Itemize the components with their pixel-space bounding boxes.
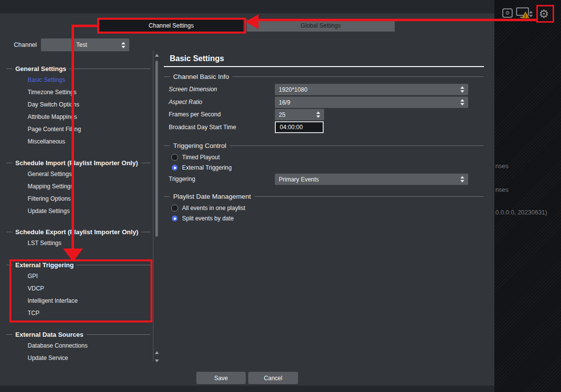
scrollbar-thumb[interactable] [155,61,158,237]
triggering-select[interactable]: Primary Events [275,174,468,185]
sidebar-item-mapping-settings[interactable]: Mapping Settings [6,180,150,193]
group-playlist-date-management: Playlist Date Management [164,192,484,201]
sidebar-item-page-content-filling[interactable]: Page Content Filling [6,123,150,136]
sidebar-item-intelligent-interface[interactable]: Intelligent Interface [6,295,150,307]
radio-all-events-one-playlist[interactable]: All events in one playlist [171,204,245,212]
radio-circle-selected [171,215,178,222]
sidebar-item-day-switch-options[interactable]: Day Switch Options [6,99,150,111]
section-title: External Data Sources [15,331,83,338]
group-triggering-control: Triggering Control [164,142,484,150]
sidebar-section-external-data-sources: External Data Sources Database Connectio… [6,330,150,364]
sidebar-item-filtering-options[interactable]: Filtering Options [6,193,150,205]
spinner-icon [121,42,125,48]
sidebar-section-external-triggering: External Triggering GPI VDCP Intelligent… [6,260,150,320]
sidebar-item-miscellaneous[interactable]: Miscellaneous [6,136,150,148]
screen-dimension-select[interactable]: 1920*1080 [275,84,468,95]
sidebar-item-gpi[interactable]: GPI [6,270,150,283]
background-partial-text: nses [495,163,508,170]
display-settings-icon[interactable]: ⚙ [502,8,513,18]
cancel-button[interactable]: Cancel [248,372,298,384]
channel-select-value: Test [45,41,118,48]
section-header: External Data Sources [6,330,150,339]
radio-external-triggering[interactable]: External Triggering [171,164,232,172]
radio-label: Split events by date [182,215,234,222]
app-window: nses nses 0.0.0.0, 20230631) ⚙ ! ⚙ Chann… [0,0,561,392]
screen-dimension-label: Screen Dimension [169,84,217,95]
section-title: External Triggering [15,261,74,269]
frames-per-second-select[interactable]: 25 [275,109,324,120]
broadcast-day-start-time-label: Broadcast Day Start Time [169,122,236,133]
background-top-bar [0,0,494,13]
radio-split-events-by-date[interactable]: Split events by date [171,214,234,222]
radio-circle [171,205,178,212]
radio-circle-selected [171,164,178,171]
page-title: Basic Settings [170,54,224,63]
sidebar-item-attribute-mappings[interactable]: Attribute Mappings [6,111,150,123]
sidebar-item-timezone-settings[interactable]: Timezone Settings [6,86,150,99]
group-title: Playlist Date Management [173,193,251,200]
sidebar-item-update-settings[interactable]: Update Settings [6,205,150,217]
sidebar-section-schedule-import: Schedule Import (Playlist Importer Only)… [6,158,150,217]
section-header: Schedule Export (Playlist Importer Only) [6,227,150,236]
group-channel-basic-info: Channel Basic Info [164,72,484,81]
sidebar-item-vdcp[interactable]: VDCP [6,283,150,295]
scrollbar-up-arrow[interactable] [155,351,159,354]
aspect-ratio-select[interactable]: 16/9 [275,97,468,108]
spinner-icon [460,99,464,106]
section-header: General Settings [6,64,150,73]
tab-channel-settings[interactable]: Channel Settings [99,20,243,32]
section-header: Schedule Import (Playlist Importer Only) [6,158,150,167]
radio-label: Timed Playout [182,154,220,161]
dimmed-background-strip [494,0,561,392]
triggering-value: Primary Events [279,176,457,183]
section-title: Schedule Export (Playlist Importer Only) [15,228,138,236]
save-button[interactable]: Save [196,372,246,384]
background-bottom-bar [0,386,494,392]
sidebar-divider [153,51,153,361]
radio-label: All events in one playlist [182,205,245,212]
sidebar-item-tcp[interactable]: TCP [6,307,150,320]
warning-exclamation: ! [524,13,526,18]
group-title: Channel Basic Info [173,73,229,80]
radio-timed-playout[interactable]: Timed Playout [171,153,220,161]
background-version-text: 0.0.0.0, 20230631) [495,209,547,216]
channel-label: Channel [14,38,37,51]
scrollbar-up-arrow[interactable] [155,54,159,57]
section-title: Schedule Import (Playlist Importer Only) [15,159,138,167]
frames-per-second-label: Frames per Second [169,109,221,120]
screen-dimension-value: 1920*1080 [279,86,457,93]
sidebar-item-lst-settings[interactable]: LST Settings [6,237,150,249]
title-underline [164,66,484,67]
chevron-up-icon[interactable] [529,11,533,13]
chevron-down-icon[interactable] [529,15,533,17]
spinner-icon [460,176,464,182]
sidebar-section-schedule-export: Schedule Export (Playlist Importer Only)… [6,227,150,249]
aspect-ratio-value: 16/9 [279,99,457,106]
spinner-icon [460,86,464,93]
sidebar-section-general-settings: General Settings Basic Settings Timezone… [6,64,150,148]
broadcast-day-start-time-input[interactable]: 04:00:00 [275,121,324,133]
tab-global-settings[interactable]: Global Settings [247,20,395,32]
section-header: External Triggering [6,260,150,269]
channel-select[interactable]: Test [41,38,129,51]
sidebar-item-update-service[interactable]: Update Service [6,352,150,364]
scrollbar-down-arrow[interactable] [155,359,159,362]
background-partial-text: nses [495,186,508,193]
sidebar-item-database-connections[interactable]: Database Connections [6,340,150,352]
section-title: General Settings [15,65,66,72]
radio-label: External Triggering [182,164,232,171]
group-title: Triggering Control [173,142,226,149]
sidebar-item-import-general-settings[interactable]: General Settings [6,168,150,180]
settings-gear-icon[interactable]: ⚙ [539,5,549,22]
aspect-ratio-label: Aspect Ratio [169,97,202,108]
spinner-icon [316,111,320,118]
sidebar-item-basic-settings[interactable]: Basic Settings [6,74,150,86]
frames-per-second-value: 25 [279,111,313,118]
radio-circle [171,154,178,161]
triggering-label: Triggering [169,174,195,185]
